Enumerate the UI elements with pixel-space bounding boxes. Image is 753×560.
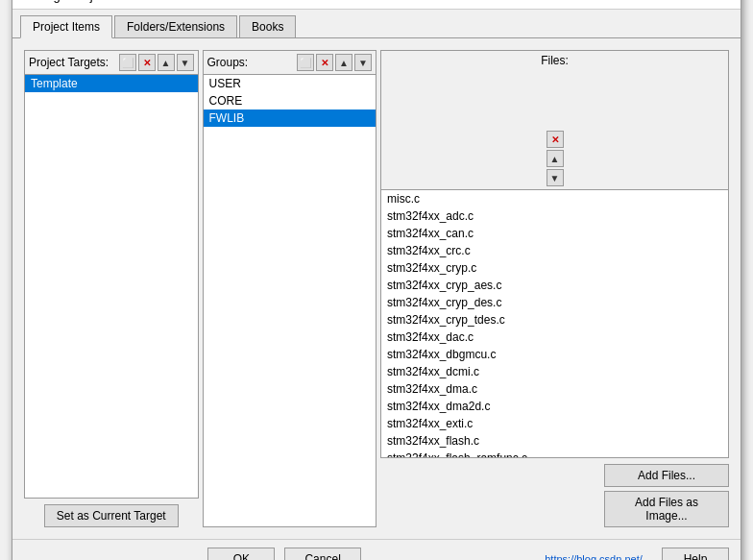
delete-target-button[interactable]: ✕ [138, 54, 156, 71]
project-targets-list[interactable]: Template [24, 74, 199, 499]
project-targets-label: Project Targets: [29, 56, 117, 69]
new-group-button[interactable]: ⬜ [297, 54, 314, 71]
list-item[interactable]: stm32f4xx_cryp.c [381, 259, 728, 277]
list-item[interactable]: misc.c [381, 190, 728, 207]
list-item[interactable]: stm32f4xx_cryp_des.c [381, 294, 728, 311]
list-item[interactable]: stm32f4xx_crc.c [381, 242, 728, 259]
list-item[interactable]: stm32f4xx_dac.c [381, 329, 728, 346]
help-button[interactable]: Help [662, 548, 729, 560]
list-item[interactable]: stm32f4xx_can.c [381, 225, 728, 242]
new-target-button[interactable]: ⬜ [119, 54, 136, 71]
files-panel: Files: ✕ ▲ ▼ misc.cstm32f4xx_adc.cstm32f… [380, 50, 729, 527]
delete-group-button[interactable]: ✕ [316, 54, 333, 71]
tab-folders-extensions[interactable]: Folders/Extensions [114, 15, 237, 37]
add-files-button[interactable]: Add Files... [604, 464, 729, 487]
move-file-down-button[interactable]: ▼ [547, 169, 564, 186]
list-item[interactable]: stm32f4xx_flash_ramfunc.c [381, 450, 728, 458]
list-item[interactable]: stm32f4xx_cryp_aes.c [381, 277, 728, 294]
groups-header: Groups: ⬜ ✕ ▲ ▼ [203, 50, 377, 74]
list-item[interactable]: stm32f4xx_dma2d.c [381, 398, 728, 415]
dialog-title: Manage Project Items [22, 0, 143, 3]
list-item[interactable]: stm32f4xx_cryp_tdes.c [381, 311, 728, 329]
content-area: Project Targets: ⬜ ✕ ▲ ▼ Template [12, 38, 741, 539]
list-item[interactable]: FWLIB [204, 110, 376, 127]
groups-list[interactable]: USERCOREFWLIB [203, 74, 377, 527]
tab-books[interactable]: Books [239, 15, 296, 37]
tabs-bar: Project Items Folders/Extensions Books [12, 10, 741, 38]
help-link[interactable]: https://blog.csdn.net/... [545, 553, 654, 560]
ok-button[interactable]: OK [207, 548, 275, 560]
list-item[interactable]: stm32f4xx_exti.c [381, 415, 728, 432]
project-targets-panel: Project Targets: ⬜ ✕ ▲ ▼ Template [24, 50, 199, 527]
list-item[interactable]: stm32f4xx_flash.c [381, 432, 728, 450]
tab-project-items[interactable]: Project Items [20, 15, 112, 38]
move-group-up-button[interactable]: ▲ [335, 54, 352, 71]
move-target-down-button[interactable]: ▼ [177, 54, 194, 71]
files-label: Files: [541, 54, 569, 129]
project-targets-header: Project Targets: ⬜ ✕ ▲ ▼ [24, 50, 199, 74]
move-file-up-button[interactable]: ▲ [547, 150, 564, 167]
groups-label: Groups: [207, 56, 296, 69]
delete-file-button[interactable]: ✕ [547, 131, 564, 148]
title-bar: Manage Project Items ✕ [12, 0, 741, 10]
files-header: Files: ✕ ▲ ▼ [380, 50, 729, 189]
add-files-as-image-button[interactable]: Add Files as Image... [604, 491, 729, 527]
list-item[interactable]: stm32f4xx_dbgmcu.c [381, 346, 728, 363]
manage-project-dialog: Manage Project Items ✕ Project Items Fol… [12, 0, 741, 560]
close-button[interactable]: ✕ [712, 0, 731, 3]
cancel-button[interactable]: Cancel [284, 548, 360, 560]
files-list[interactable]: misc.cstm32f4xx_adc.cstm32f4xx_can.cstm3… [380, 189, 729, 458]
list-item[interactable]: USER [204, 75, 376, 92]
groups-panel: Groups: ⬜ ✕ ▲ ▼ USERCOREFWLIB [203, 50, 377, 527]
footer-right: https://blog.csdn.net/... Help [545, 548, 729, 560]
panels-row: Project Targets: ⬜ ✕ ▲ ▼ Template [24, 50, 729, 527]
list-item[interactable]: stm32f4xx_adc.c [381, 207, 728, 225]
list-item[interactable]: Template [25, 75, 198, 92]
set-current-target-button[interactable]: Set as Current Target [44, 504, 179, 527]
add-buttons: Add Files... Add Files as Image... [380, 464, 729, 527]
list-item[interactable]: stm32f4xx_dcmi.c [381, 363, 728, 380]
footer-center-buttons: OK Cancel [207, 548, 360, 560]
list-item[interactable]: stm32f4xx_dma.c [381, 380, 728, 398]
list-item[interactable]: CORE [204, 92, 376, 110]
move-target-up-button[interactable]: ▲ [158, 54, 175, 71]
dialog-footer: OK Cancel https://blog.csdn.net/... Help [12, 539, 741, 560]
move-group-down-button[interactable]: ▼ [354, 54, 372, 71]
